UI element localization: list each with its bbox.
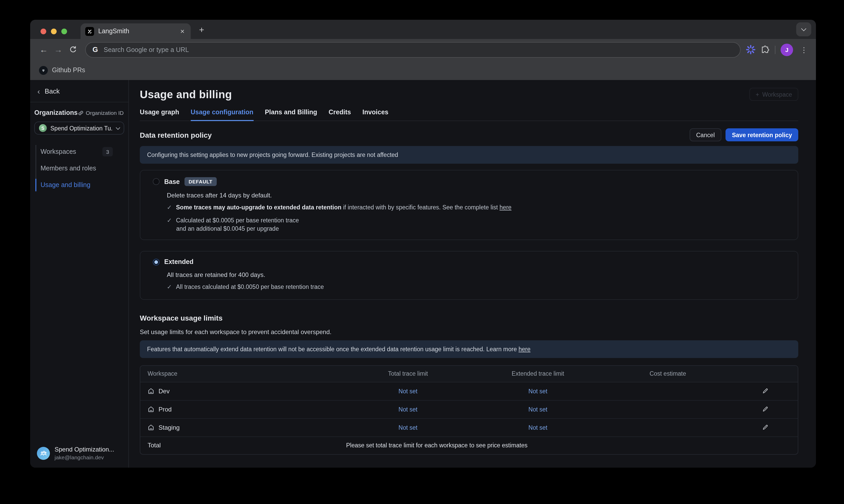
address-bar[interactable]: G Search Google or type a URL (85, 42, 740, 57)
organization-selector[interactable]: S Spend Optimization Tu... (34, 122, 124, 134)
learn-more-link[interactable]: here (518, 346, 531, 352)
dev-total-limit-link[interactable]: Not set (343, 388, 473, 394)
address-bar-placeholder: Search Google or type a URL (104, 46, 189, 53)
prod-edit-button[interactable] (733, 406, 798, 413)
workspace-name: Staging (159, 424, 180, 431)
langsmith-favicon-icon (85, 27, 94, 36)
toolbar-right: J ⋮ (746, 43, 810, 56)
tab-strip: LangSmith × + (30, 20, 816, 39)
workspace-home-icon (148, 388, 154, 394)
chevron-down-icon (801, 26, 806, 31)
table-row-dev: Dev Not set Not set (140, 382, 798, 400)
tab-search-button[interactable] (796, 22, 811, 36)
workspaces-count-badge: 3 (102, 147, 113, 156)
langsmith-app: ‹ Back Organizations Organization ID (30, 80, 816, 468)
pencil-icon (762, 406, 769, 413)
billing-tabs: Usage graph Usage configuration Plans an… (140, 109, 798, 121)
pencil-icon (762, 388, 769, 394)
retention-option-extended[interactable]: Extended All traces are retained for 400… (140, 251, 798, 300)
retention-heading: Data retention policy (140, 131, 689, 139)
prod-extended-limit-link[interactable]: Not set (473, 406, 603, 412)
desktop: LangSmith × + ← → G Search Google or typ… (0, 0, 844, 504)
browser-tab[interactable]: LangSmith × (80, 23, 191, 39)
sidebar-nav: Workspaces 3 Members and roles Usage and… (30, 143, 128, 193)
workspace-home-icon (148, 406, 154, 413)
sidebar-item-workspaces[interactable]: Workspaces 3 (30, 143, 128, 160)
link-icon (78, 110, 84, 115)
forward-button[interactable]: → (51, 42, 66, 57)
retention-option-base[interactable]: Base DEFAULT Delete traces after 14 days… (140, 170, 798, 240)
langsmith-extension-icon[interactable] (746, 45, 756, 55)
dev-edit-button[interactable] (733, 388, 798, 394)
tab-title: LangSmith (98, 28, 175, 35)
table-header: Workspace Total trace limit Extended tra… (140, 365, 798, 382)
organization-id-label: Organization ID (86, 110, 124, 116)
account-info[interactable]: Spend Optimization... jake@langchain.dev (37, 446, 114, 460)
prod-total-limit-link[interactable]: Not set (343, 406, 473, 412)
check-icon: ✓ (167, 204, 172, 212)
bookmark-github-prs[interactable]: Github PRs (52, 67, 85, 74)
workspace-limits-table: Workspace Total trace limit Extended tra… (140, 365, 798, 454)
main-content: Usage and billing + Workspace Usage grap… (129, 80, 816, 468)
reload-button[interactable] (66, 42, 80, 57)
sidebar-item-usage-and-billing[interactable]: Usage and billing (30, 177, 128, 193)
base-radio-button[interactable] (153, 178, 160, 185)
base-point-2: Calculated at $0.0005 per base retention… (176, 216, 299, 224)
org-name: Spend Optimization Tu... (50, 125, 113, 131)
tab-invoices[interactable]: Invoices (362, 109, 389, 121)
col-workspace: Workspace (140, 371, 343, 377)
org-avatar: S (39, 124, 47, 132)
base-point-1: Some traces may auto-upgrade to extended… (176, 204, 511, 212)
tab-usage-graph[interactable]: Usage graph (140, 109, 179, 121)
pencil-icon (762, 424, 769, 431)
back-link[interactable]: ‹ Back (30, 80, 128, 95)
total-message: Please set total trace limit for each wo… (343, 442, 798, 448)
browser-toolbar: ← → G Search Google or type a URL (30, 39, 816, 60)
new-tab-button[interactable]: + (199, 25, 204, 35)
back-button[interactable]: ← (36, 42, 51, 57)
tab-close-icon[interactable]: × (179, 27, 186, 35)
save-retention-policy-button[interactable]: Save retention policy (726, 128, 798, 141)
retention-info-banner: Configuring this setting applies to new … (140, 146, 798, 164)
table-row-prod: Prod Not set Not set (140, 400, 798, 418)
table-row-staging: Staging Not set Not set (140, 418, 798, 437)
toolbar-divider (775, 46, 775, 54)
extensions-puzzle-icon[interactable] (761, 45, 770, 54)
workspace-name: Dev (159, 388, 170, 395)
sidebar-item-members-and-roles[interactable]: Members and roles (30, 160, 128, 177)
staging-total-limit-link[interactable]: Not set (343, 424, 473, 431)
workspace-home-icon (148, 424, 154, 431)
col-cost-estimate: Cost estimate (603, 371, 733, 377)
close-window-button[interactable] (40, 29, 46, 34)
check-icon: ✓ (167, 283, 172, 291)
staging-extended-limit-link[interactable]: Not set (473, 424, 603, 431)
browser-menu-button[interactable]: ⋮ (798, 46, 810, 54)
browser-profile-avatar[interactable]: J (780, 43, 793, 56)
dev-extended-limit-link[interactable]: Not set (473, 388, 603, 394)
organization-id-link[interactable]: Organization ID (78, 110, 124, 116)
account-name: Spend Optimization... (55, 446, 114, 453)
staging-edit-button[interactable] (733, 424, 798, 431)
organizations-label: Organizations (34, 109, 78, 116)
extended-label: Extended (164, 258, 194, 266)
browser-window: LangSmith × + ← → G Search Google or typ… (30, 20, 816, 468)
sidebar-item-label: Workspaces (40, 148, 76, 155)
tab-usage-configuration[interactable]: Usage configuration (191, 109, 253, 121)
maximize-window-button[interactable] (61, 29, 67, 34)
base-point-2-cont: and an additional $0.0045 per upgrade (176, 226, 789, 232)
extended-point-1: All traces calculated at $0.0050 per bas… (176, 283, 324, 291)
tab-plans-and-billing[interactable]: Plans and Billing (265, 109, 317, 121)
add-workspace-label: Workspace (762, 91, 792, 97)
minimize-window-button[interactable] (51, 29, 57, 34)
tab-credits[interactable]: Credits (329, 109, 351, 121)
google-g-icon: G (92, 46, 98, 54)
total-label: Total (140, 442, 343, 449)
limits-heading: Workspace usage limits (140, 313, 798, 322)
add-workspace-button[interactable]: + Workspace (750, 88, 798, 101)
chevron-left-icon: ‹ (37, 89, 40, 94)
check-icon: ✓ (167, 216, 172, 224)
complete-list-link[interactable]: here (499, 204, 511, 211)
cancel-button[interactable]: Cancel (689, 128, 722, 141)
sidebar-item-label: Usage and billing (40, 181, 90, 188)
extended-radio-button[interactable] (153, 258, 160, 265)
